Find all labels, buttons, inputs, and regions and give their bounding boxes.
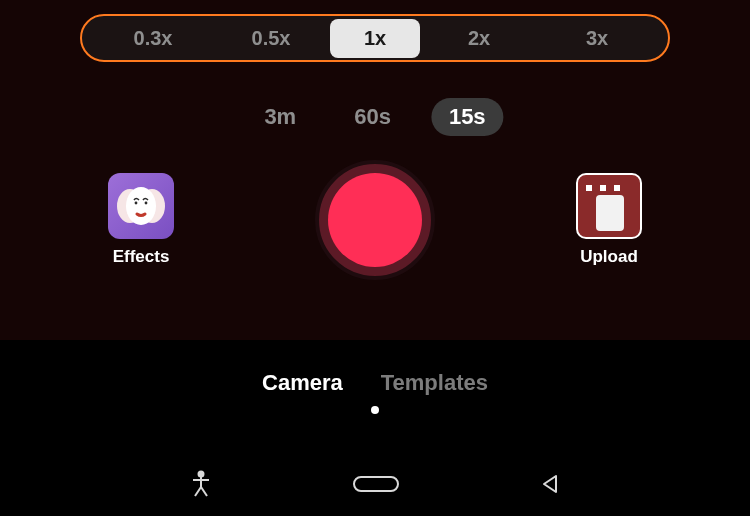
tab-camera[interactable]: Camera	[262, 370, 343, 396]
record-controls: Effects Upload	[0, 160, 750, 280]
svg-point-2	[126, 187, 156, 225]
speed-selector: 0.3x 0.5x 1x 2x 3x	[80, 14, 670, 62]
home-pill-icon[interactable]	[352, 475, 400, 497]
upload-thumbnail	[576, 173, 642, 239]
speed-option-3x[interactable]: 3x	[538, 19, 656, 58]
system-nav-bar	[0, 470, 750, 502]
upload-button[interactable]: Upload	[576, 173, 642, 267]
svg-point-4	[145, 202, 148, 205]
duration-option-15s[interactable]: 15s	[431, 98, 504, 136]
upload-label: Upload	[580, 247, 638, 267]
svg-point-5	[199, 472, 204, 477]
speed-option-2x[interactable]: 2x	[420, 19, 538, 58]
speed-option-0-5x[interactable]: 0.5x	[212, 19, 330, 58]
record-button[interactable]	[315, 160, 435, 280]
speed-option-0-3x[interactable]: 0.3x	[94, 19, 212, 58]
duration-option-3m[interactable]: 3m	[246, 98, 314, 136]
record-button-inner	[328, 173, 422, 267]
mode-indicator-dot	[371, 406, 379, 414]
svg-line-9	[201, 487, 207, 496]
camera-viewfinder: 0.3x 0.5x 1x 2x 3x 3m 60s 15s	[0, 0, 750, 340]
effects-icon	[108, 173, 174, 239]
svg-line-8	[195, 487, 201, 496]
duration-selector: 3m 60s 15s	[246, 98, 503, 136]
tab-templates[interactable]: Templates	[381, 370, 488, 396]
accessibility-icon[interactable]	[189, 470, 213, 502]
duration-option-60s[interactable]: 60s	[336, 98, 409, 136]
svg-point-3	[135, 202, 138, 205]
mode-tabs: Camera Templates	[0, 340, 750, 396]
effects-label: Effects	[113, 247, 170, 267]
svg-rect-10	[354, 477, 398, 491]
effects-button[interactable]: Effects	[108, 173, 174, 267]
bottom-bar: Camera Templates	[0, 340, 750, 516]
back-triangle-icon[interactable]	[539, 473, 561, 499]
speed-option-1x[interactable]: 1x	[330, 19, 420, 58]
